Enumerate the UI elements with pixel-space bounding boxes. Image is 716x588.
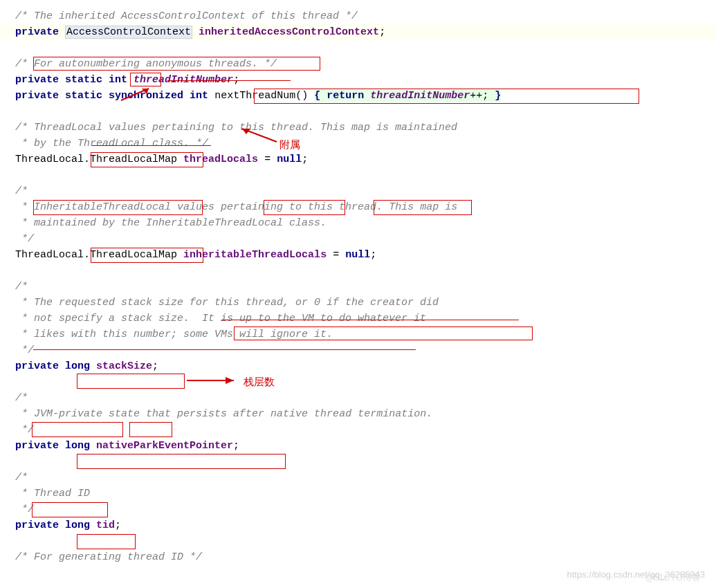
- comment-autonumber: For autonumbering anonymous threads.: [34, 58, 258, 70]
- comment-vm1: It is up to the VM to do whatever it: [202, 313, 426, 324]
- keyword-long: long: [65, 360, 90, 372]
- keyword-int: int: [109, 74, 127, 86]
- keyword-long2: long: [65, 440, 90, 452]
- annotation-label: 栈层数: [244, 374, 275, 389]
- method-nextThreadNum: nextThreadNum: [214, 90, 295, 102]
- code-line: * InheritableThreadLocal values pertaini…: [0, 199, 716, 215]
- member-threadLocals: threadLocals: [183, 154, 258, 165]
- member-inheritable: inheritableThreadLocals: [183, 249, 327, 261]
- code-editor[interactable]: /* The inherited AccessControlContext of…: [0, 8, 716, 565]
- keyword-long3: long: [65, 520, 90, 531]
- code-line: ThreadLocal.ThreadLocalMap threadLocals …: [0, 151, 716, 167]
- annotation-label: 附属: [279, 136, 300, 152]
- member-stackSize: stackSize: [96, 360, 152, 372]
- code-line: * by the ThreadLocal class. */: [0, 136, 716, 151]
- code-line: ThreadLocal.ThreadLocalMap inheritableTh…: [0, 247, 716, 263]
- keyword-private: private: [15, 26, 59, 38]
- type-threadlocalmap2: ThreadLocalMap: [90, 249, 177, 261]
- code-line: /* The inherited AccessControlContext of…: [0, 8, 716, 24]
- comment-vm2: likes with this number; some VMs will ig…: [34, 329, 333, 340]
- code-line: /* For autonumbering anonymous threads. …: [0, 56, 716, 72]
- comment-state: state: [109, 408, 140, 420]
- comment-inheritable: InheritableThreadLocal: [34, 201, 171, 213]
- code-line: private static int threadInitNumber;: [0, 72, 716, 88]
- comment-pertaining: pertaining: [221, 201, 283, 213]
- comment-threadid: Thread ID: [34, 488, 90, 499]
- member-inheritedAcc: inheritedAccessControlContext: [199, 26, 379, 38]
- code-line-highlighted: private AccessControlContext inheritedAc…: [0, 24, 716, 40]
- comment-thisthread: this thread.: [308, 201, 383, 213]
- code-line: /* ThreadLocal values pertaining to this…: [0, 120, 716, 136]
- type-threadlocal: ThreadLocal: [15, 154, 84, 165]
- keyword-synchronized: synchronized: [109, 90, 183, 102]
- code-line: private long tid;: [0, 517, 716, 533]
- comment-text: /* The inherited AccessControlContext of…: [15, 10, 358, 22]
- code-line: private static synchronized int nextThre…: [0, 88, 716, 104]
- member-threadInitNumber: threadInitNumber: [134, 74, 233, 86]
- comment-jvmprivate: JVM-private: [34, 408, 102, 420]
- watermark-text2: @51CTO博客: [645, 569, 701, 585]
- member-nativePark: nativeParkEventPointer: [96, 440, 233, 452]
- selected-type: AccessControlContext: [65, 26, 192, 39]
- code-line: private long stackSize;: [0, 358, 716, 374]
- member-tid: tid: [96, 520, 115, 531]
- type-threadlocalmap: ThreadLocalMap: [90, 154, 177, 165]
- code-line: private long nativeParkEventPointer;: [0, 438, 716, 454]
